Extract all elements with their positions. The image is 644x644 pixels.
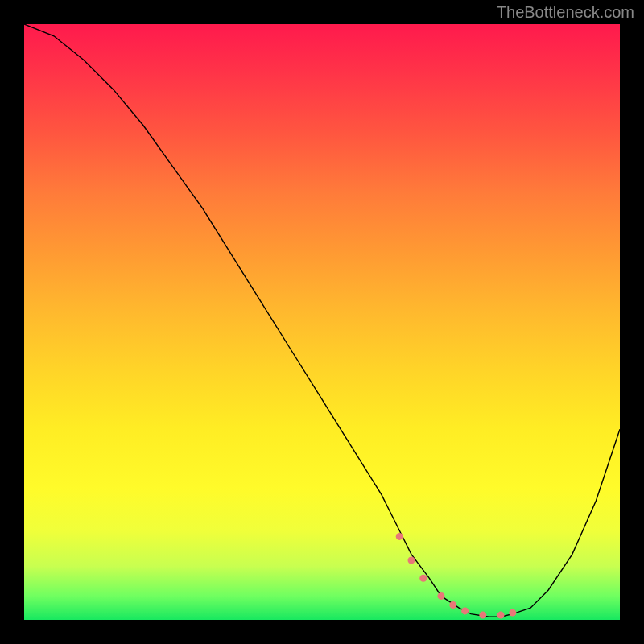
watermark-text: TheBottleneck.com <box>497 3 634 22</box>
marker-point <box>479 612 486 619</box>
marker-point <box>449 601 456 609</box>
marker-point <box>419 575 427 582</box>
marker-point <box>509 609 516 617</box>
marker-point <box>438 592 445 600</box>
plot-area <box>24 24 620 620</box>
marker-point <box>497 612 505 619</box>
chart-container: TheBottleneck.com <box>0 0 644 644</box>
marker-point <box>461 607 469 614</box>
marker-point <box>408 557 415 564</box>
marker-point <box>396 533 403 540</box>
bottleneck-curve-line <box>24 24 620 617</box>
highlight-markers <box>396 533 517 619</box>
chart-svg <box>24 24 620 620</box>
